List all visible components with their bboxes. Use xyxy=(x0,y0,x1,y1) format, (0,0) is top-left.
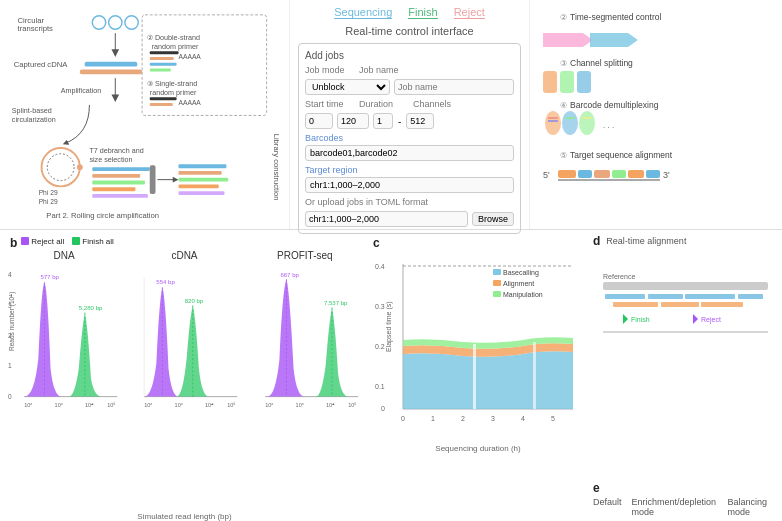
svg-marker-6 xyxy=(111,49,119,57)
svg-text:T7 debranch and: T7 debranch and xyxy=(89,147,143,155)
job-mode-input-row: Unblock xyxy=(305,79,514,95)
svg-text:Phi 29: Phi 29 xyxy=(39,198,58,205)
svg-text:Reference: Reference xyxy=(603,273,635,280)
svg-point-3 xyxy=(109,16,122,29)
svg-text:Alignment: Alignment xyxy=(503,280,534,288)
svg-text:size selection: size selection xyxy=(89,156,132,164)
svg-text:④: ④ xyxy=(560,101,567,110)
main-container: Circular transcripts Captured cDNA Ampli… xyxy=(0,0,782,521)
svg-text:Target sequence alignment: Target sequence alignment xyxy=(570,150,673,160)
svg-marker-53 xyxy=(543,33,593,47)
channel-dash: - xyxy=(397,116,402,127)
svg-rect-42 xyxy=(150,165,156,194)
panel-de-container: d Real-time alignment Reference xyxy=(589,230,782,521)
mode-default: Default xyxy=(593,497,622,517)
svg-marker-11 xyxy=(111,94,119,102)
svg-rect-8 xyxy=(85,62,138,67)
svg-text:AAAAA: AAAAA xyxy=(179,99,202,106)
svg-text:1: 1 xyxy=(8,362,12,369)
left-diagram-svg: Circular transcripts Captured cDNA Ampli… xyxy=(8,8,281,221)
svg-text:10³: 10³ xyxy=(295,402,303,408)
svg-text:AAAAA: AAAAA xyxy=(179,53,202,60)
histogram-cdna: cDNA 10² 10³ 10⁴ 10⁵ 554 bp xyxy=(124,248,244,521)
svg-rect-9 xyxy=(80,69,142,74)
channel-from-input[interactable] xyxy=(373,113,393,129)
svg-point-32 xyxy=(77,164,83,170)
svg-rect-58 xyxy=(560,71,574,93)
target-region-input[interactable] xyxy=(305,177,514,193)
svg-text:820 bp: 820 bp xyxy=(185,298,204,304)
panel-d-title: Real-time alignment xyxy=(606,236,686,246)
svg-marker-150 xyxy=(693,314,698,324)
svg-text:Reads number (10⁴): Reads number (10⁴) xyxy=(8,292,16,352)
tab-sequencing[interactable]: Sequencing xyxy=(334,6,392,19)
svg-text:Manipulation: Manipulation xyxy=(503,291,543,299)
svg-text:10⁴: 10⁴ xyxy=(326,402,335,408)
svg-marker-148 xyxy=(623,314,628,324)
svg-text:③ Single-strand: ③ Single-strand xyxy=(147,80,197,88)
start-time-label: Start time xyxy=(305,99,355,109)
svg-text:transcripts: transcripts xyxy=(18,24,53,33)
panel-e: e Default Enrichment/depletion mode Bala… xyxy=(589,477,782,521)
diagram-left: Circular transcripts Captured cDNA Ampli… xyxy=(0,0,290,229)
svg-rect-15 xyxy=(150,51,179,54)
panel-b-legend: Reject all Finish all xyxy=(21,237,113,246)
svg-rect-23 xyxy=(150,103,173,106)
hist-dna-svg: 4 3 2 1 0 Reads number (10⁴) 10² 10³ 10⁴… xyxy=(6,263,122,423)
svg-text:Circular: Circular xyxy=(18,16,45,25)
channel-to-input[interactable] xyxy=(406,113,434,129)
diagram-right: ② Time-segmented control ③ Channel split… xyxy=(530,0,782,229)
svg-text:②: ② xyxy=(560,13,567,22)
svg-rect-73 xyxy=(558,170,576,178)
control-panel: Sequencing Finish Reject Real-time contr… xyxy=(290,0,530,229)
start-time-input[interactable] xyxy=(305,113,333,129)
svg-rect-139 xyxy=(603,282,768,290)
add-jobs-box: Add jobs Job mode Job name Unblock Start… xyxy=(298,43,521,234)
finish-legend: Finish all xyxy=(72,237,114,246)
mode-balancing: Balancing mode xyxy=(727,497,778,517)
svg-rect-22 xyxy=(150,97,177,100)
svg-rect-141 xyxy=(605,294,645,299)
mode-enrichment: Enrichment/depletion mode xyxy=(632,497,718,517)
svg-text:2: 2 xyxy=(461,415,465,422)
duration-input[interactable] xyxy=(337,113,369,129)
svg-rect-59 xyxy=(577,71,591,93)
svg-text:5,280 bp: 5,280 bp xyxy=(79,305,103,311)
time-duration-input-row: - xyxy=(305,113,514,129)
top-section: Circular transcripts Captured cDNA Ampli… xyxy=(0,0,782,230)
svg-point-2 xyxy=(92,16,105,29)
svg-text:10³: 10³ xyxy=(55,402,63,408)
svg-rect-78 xyxy=(646,170,660,178)
tab-finish[interactable]: Finish xyxy=(408,6,437,19)
browse-button[interactable]: Browse xyxy=(472,212,514,226)
svg-rect-47 xyxy=(179,178,229,182)
svg-text:10⁵: 10⁵ xyxy=(107,402,116,408)
toml-input[interactable] xyxy=(305,211,468,227)
toml-label: Or upload jobs in TOML format xyxy=(305,197,514,207)
histogram-dna: DNA 4 3 2 1 0 Reads number (10⁴) 10² 10³ xyxy=(4,248,124,521)
svg-text:Splint-based: Splint-based xyxy=(12,107,52,115)
svg-text:554 bp: 554 bp xyxy=(157,279,176,285)
svg-text:circularization: circularization xyxy=(12,116,56,124)
svg-text:0.4: 0.4 xyxy=(375,263,385,270)
svg-rect-134 xyxy=(493,280,501,286)
svg-text:0.3: 0.3 xyxy=(375,303,385,310)
svg-text:Channel splitting: Channel splitting xyxy=(570,58,633,68)
svg-text:Captured cDNA: Captured cDNA xyxy=(14,60,69,69)
svg-text:4: 4 xyxy=(8,271,12,278)
svg-rect-40 xyxy=(92,187,135,191)
svg-text:10⁴: 10⁴ xyxy=(85,402,94,408)
job-mode-row: Job mode Job name xyxy=(305,65,514,75)
svg-text:4: 4 xyxy=(521,415,525,422)
histograms-container: DNA 4 3 2 1 0 Reads number (10⁴) 10² 10³ xyxy=(0,248,369,521)
svg-rect-132 xyxy=(493,269,501,275)
job-mode-select[interactable]: Unblock xyxy=(305,79,390,95)
svg-rect-144 xyxy=(738,294,763,299)
svg-text:7,537 bp: 7,537 bp xyxy=(324,300,348,306)
svg-point-4 xyxy=(125,16,138,29)
job-name-input[interactable] xyxy=(394,79,514,95)
panel-b: b Reject all Finish all DNA xyxy=(0,230,369,521)
tab-reject[interactable]: Reject xyxy=(454,6,485,19)
panel-c-label: c xyxy=(373,236,583,250)
barcodes-input[interactable] xyxy=(305,145,514,161)
